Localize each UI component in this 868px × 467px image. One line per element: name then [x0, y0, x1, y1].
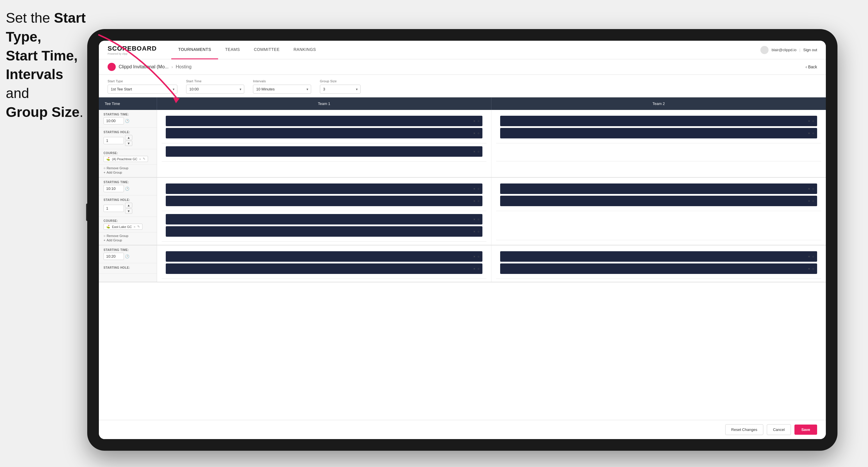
g2-t1-player1: × ○: [166, 184, 483, 194]
intervals-select[interactable]: 10 Minutes: [253, 85, 311, 94]
g3-team1-players: × ○ × ○: [162, 248, 487, 279]
g1-time-input[interactable]: [103, 117, 124, 124]
user-email: blair@clippd.io: [771, 48, 796, 52]
annotation-period: .: [80, 104, 83, 120]
g2-t1-p1-remove[interactable]: ×: [473, 187, 475, 190]
g2-t1-p3-remove[interactable]: ×: [473, 218, 475, 221]
g1-hole-label: STARTING HOLE:: [103, 130, 152, 134]
g2-t1-p2-edit[interactable]: ○: [477, 199, 479, 203]
g1-course-remove[interactable]: ×: [139, 157, 141, 161]
start-time-select[interactable]: 10:00: [186, 85, 244, 94]
g2-team2-empty-section: [496, 211, 821, 240]
g1-hole-up[interactable]: ▲: [125, 135, 132, 140]
g1-hole-input[interactable]: [103, 137, 124, 144]
g1-time-input-row: 🕐: [103, 117, 152, 124]
annotation-block: Set the Start Type, Start Time, Interval…: [6, 9, 87, 122]
group-size-wrapper: 3: [320, 85, 361, 94]
g1-t1-p2-edit[interactable]: ○: [477, 131, 479, 135]
g2-remove-icon: ○: [103, 234, 105, 238]
g1-t1-p1-remove[interactable]: ×: [473, 119, 475, 123]
g2-t2-player1: × ○: [500, 184, 817, 194]
g2-remove-group[interactable]: ○ Remove Group: [103, 234, 152, 238]
footer-bar: Reset Changes Cancel Save: [99, 420, 826, 439]
save-button[interactable]: Save: [795, 425, 817, 435]
g2-hole-input[interactable]: [103, 205, 124, 212]
group-1-time-section: STARTING TIME: 🕐: [99, 110, 157, 128]
g2-add-group[interactable]: + Add Group: [103, 239, 152, 242]
g2-t1-p3-edit[interactable]: ○: [477, 218, 479, 221]
group-2-left: STARTING TIME: 🕐 STARTING HOLE: ▲ ▼: [99, 178, 157, 245]
g1-team1-players: × ○ × ○: [162, 113, 487, 143]
g2-t1-p2-remove[interactable]: ×: [473, 199, 475, 203]
group-size-select[interactable]: 3: [320, 85, 361, 94]
g1-t2-p1-edit[interactable]: ○: [812, 119, 814, 123]
nav-tab-rankings[interactable]: RANKINGS: [287, 41, 323, 59]
nav-tabs: TOURNAMENTS TEAMS COMMITTEE RANKINGS: [171, 41, 761, 59]
g1-t2-p1-remove[interactable]: ×: [808, 119, 810, 123]
breadcrumb-tournament[interactable]: Clippd Invitational (Mo...: [119, 64, 169, 69]
group-1-team1: × ○ × ○ × ○: [157, 110, 491, 177]
nav-tab-teams[interactable]: TEAMS: [218, 41, 247, 59]
g3-t2-p1-edit[interactable]: ○: [812, 255, 814, 258]
annotation-and: and: [6, 86, 29, 101]
g2-course-edit[interactable]: ✎: [137, 225, 140, 228]
group-2-time-section: STARTING TIME: 🕐: [99, 178, 157, 195]
g1-t2-player1: × ○: [500, 116, 817, 126]
cancel-button[interactable]: Cancel: [767, 424, 790, 435]
sign-out-link[interactable]: Sign out: [803, 48, 817, 52]
g1-t2-p2-edit[interactable]: ○: [812, 131, 814, 135]
g1-t1-p1-edit[interactable]: ○: [477, 119, 479, 123]
nav-tab-tournaments[interactable]: TOURNAMENTS: [171, 41, 218, 59]
group-2-team1: × ○ × ○ × ○ ×: [157, 178, 491, 245]
nav-tab-committee[interactable]: COMMITTEE: [247, 41, 287, 59]
group-1-hole-section: STARTING HOLE: ▲ ▼: [99, 128, 157, 149]
g2-t2-p2-edit[interactable]: ○: [812, 199, 814, 203]
g3-t1-p2-edit[interactable]: ○: [477, 267, 479, 271]
g1-t1-p3-edit[interactable]: ○: [477, 150, 479, 153]
g3-t1-p2-remove[interactable]: ×: [473, 267, 475, 271]
g2-hole-down[interactable]: ▼: [125, 209, 132, 214]
g3-t1-p1-edit[interactable]: ○: [477, 255, 479, 258]
g2-hole-up[interactable]: ▲: [125, 203, 132, 208]
g2-time-label: STARTING TIME:: [103, 181, 152, 184]
g3-t1-p1-remove[interactable]: ×: [473, 255, 475, 258]
g2-t1-p4-edit[interactable]: ○: [477, 230, 479, 233]
g2-t2-p1-remove[interactable]: ×: [808, 187, 810, 190]
logo-text: SCOREBOARD: [107, 45, 157, 52]
g3-time-input[interactable]: [103, 253, 124, 260]
reset-changes-button[interactable]: Reset Changes: [725, 424, 764, 435]
g1-add-group[interactable]: + Add Group: [103, 171, 152, 174]
g1-t2-p2-remove[interactable]: ×: [808, 131, 810, 135]
g2-t2-p1-edit[interactable]: ○: [812, 187, 814, 190]
g3-t2-p2-remove[interactable]: ×: [808, 267, 810, 271]
g1-course-edit[interactable]: ✎: [143, 157, 145, 161]
navbar: SCOREBOARD Powered by clipp TOURNAMENTS …: [99, 41, 826, 59]
g3-t2-player2: × ○: [500, 263, 817, 274]
g2-hole-label: STARTING HOLE:: [103, 198, 152, 201]
g1-hole-down[interactable]: ▼: [125, 141, 132, 146]
back-button[interactable]: ‹ Back: [805, 65, 817, 69]
g2-add-icon: +: [103, 239, 105, 242]
g3-t2-p2-edit[interactable]: ○: [812, 267, 814, 271]
g1-course-name: (A) Peachtree GC: [112, 157, 137, 161]
g1-course-badge: ⛳ (A) Peachtree GC × ✎: [103, 156, 148, 162]
g1-t1-p3-remove[interactable]: ×: [473, 150, 475, 153]
start-type-select[interactable]: 1st Tee Start: [107, 85, 177, 94]
g2-course-remove[interactable]: ×: [133, 225, 135, 228]
g2-course-badge: ⛳ East Lake GC × ✎: [103, 224, 143, 230]
group-size-label: Group Size: [320, 80, 361, 83]
g3-t2-player1: × ○: [500, 251, 817, 262]
g2-t1-p1-edit[interactable]: ○: [477, 187, 479, 190]
g2-course-icon: ⛳: [106, 225, 110, 228]
g2-time-input[interactable]: [103, 185, 124, 192]
annotation-line3: Intervals: [6, 67, 63, 82]
g2-t1-p4-remove[interactable]: ×: [473, 230, 475, 233]
g1-team2-players: × ○ × ○: [496, 113, 821, 143]
nav-separator: |: [799, 48, 800, 52]
g1-remove-group[interactable]: ○ Remove Group: [103, 166, 152, 170]
g1-t1-p2-remove[interactable]: ×: [473, 131, 475, 135]
g3-t2-p1-remove[interactable]: ×: [808, 255, 810, 258]
main-content[interactable]: STARTING TIME: 🕐 STARTING HOLE: ▲ ▼: [99, 110, 826, 420]
table-header: Tee Time Team 1 Team 2: [99, 97, 826, 110]
g2-t2-p2-remove[interactable]: ×: [808, 199, 810, 203]
